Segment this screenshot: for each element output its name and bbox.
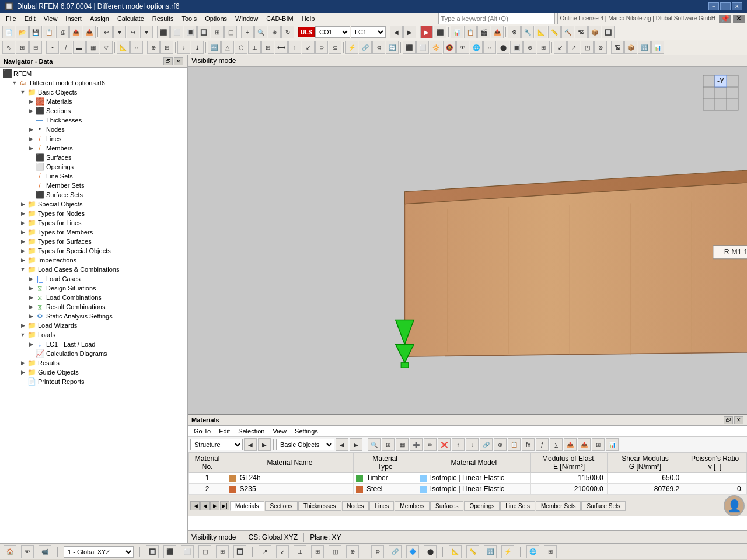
tb2-32[interactable]: 🔢: [638, 41, 651, 54]
menu-help[interactable]: Help: [298, 14, 319, 23]
more-tb7[interactable]: 📦: [588, 26, 601, 38]
tb2-11[interactable]: ⚡: [345, 41, 358, 54]
st-tb2[interactable]: ⬛: [163, 545, 176, 558]
mat-tb1[interactable]: 🔍: [368, 438, 381, 451]
draw-member-button[interactable]: ▬: [73, 41, 86, 54]
undo-button[interactable]: ↩: [100, 26, 113, 38]
st-tb16[interactable]: ⬤: [424, 545, 437, 558]
nav-restore-button[interactable]: 🗗: [163, 57, 173, 65]
menu-window[interactable]: Window: [232, 14, 261, 23]
view-more1-button[interactable]: ⊞: [211, 26, 224, 38]
more-tb1[interactable]: ⚙: [508, 26, 521, 38]
tb2-13[interactable]: ⚙: [372, 41, 385, 54]
select-all-button[interactable]: ⊞: [16, 41, 29, 54]
mat-tb5[interactable]: ✏: [424, 438, 437, 451]
open-button[interactable]: 📂: [16, 26, 29, 38]
tb2-6[interactable]: ⟷: [275, 41, 288, 54]
status-nav-button[interactable]: 🏠: [4, 545, 16, 558]
nav-guide-objects[interactable]: ▶ 📁 Guide Objects: [0, 368, 187, 377]
menu-calculate[interactable]: Calculate: [114, 14, 148, 23]
menu-results[interactable]: Results: [149, 14, 177, 23]
cell-mat-name-1[interactable]: GL24h: [226, 473, 354, 484]
animation-button[interactable]: 🎬: [477, 26, 490, 38]
measure-button[interactable]: 📐: [117, 41, 130, 54]
save-button[interactable]: 💾: [29, 26, 42, 38]
save-as-button[interactable]: 📋: [43, 26, 55, 38]
window-close-button[interactable]: ✕: [733, 15, 745, 23]
co-combo[interactable]: CO1: [315, 26, 350, 38]
tb2-15[interactable]: ⬛: [403, 41, 416, 54]
tab-nav-last[interactable]: ▶|: [220, 501, 229, 510]
st-tb19[interactable]: 🔢: [484, 545, 497, 558]
tab-nav-next[interactable]: ▶: [210, 501, 219, 510]
tb2-17[interactable]: 🔆: [430, 41, 442, 54]
tb2-22[interactable]: ⬤: [497, 41, 509, 54]
st-tb12[interactable]: ⊕: [346, 545, 359, 558]
tb2-20[interactable]: 🌐: [470, 41, 483, 54]
arrow-left-btn[interactable]: ◀: [390, 26, 403, 38]
mat-tb6[interactable]: ❌: [438, 438, 451, 451]
mat-prev2-button[interactable]: ◀: [336, 438, 348, 451]
import-button[interactable]: 📥: [83, 26, 96, 38]
table-row[interactable]: 2 S235 Steel: [189, 484, 747, 495]
st-tb18[interactable]: 📏: [466, 545, 479, 558]
st-tb21[interactable]: 🌐: [526, 545, 539, 558]
draw-surface-button[interactable]: ▦: [86, 41, 99, 54]
cell-mat-name-2[interactable]: S235: [226, 484, 354, 495]
nav-load-wizards[interactable]: ▶ 📁 Load Wizards: [0, 321, 187, 330]
mat-tb16[interactable]: 📥: [578, 438, 591, 451]
run-calc-button[interactable]: ▶: [420, 26, 433, 38]
draw-more-button[interactable]: ▽: [100, 41, 113, 54]
maximize-button[interactable]: □: [720, 2, 731, 10]
nav-load-cases[interactable]: ▶ |_ Load Cases: [0, 274, 187, 284]
nav-load-combinations[interactable]: ▶ ⧖ Load Combinations: [0, 293, 187, 302]
nav-thicknesses[interactable]: — Thicknesses: [0, 116, 187, 125]
st-tb13[interactable]: ⚙: [371, 545, 384, 558]
dimension-button[interactable]: ↔: [130, 41, 143, 54]
mat-tb8[interactable]: ↓: [466, 438, 479, 451]
view-render-button[interactable]: 🔳: [184, 26, 197, 38]
st-tb7[interactable]: ↗: [259, 545, 271, 558]
tb2-3[interactable]: ⬡: [235, 41, 247, 54]
mat-menu-goto[interactable]: Go To: [190, 427, 214, 435]
tb2-26[interactable]: ↙: [554, 41, 567, 54]
view-more2-button[interactable]: ◫: [224, 26, 237, 38]
print-button[interactable]: 🖨: [56, 26, 69, 38]
st-tb17[interactable]: 📐: [449, 545, 462, 558]
tab-nodes[interactable]: Nodes: [342, 501, 369, 511]
result-table-button[interactable]: 📋: [464, 26, 477, 38]
nav-basic-objects[interactable]: ▼ 📁 Basic Objects: [0, 88, 187, 97]
result-disp-button[interactable]: 📊: [451, 26, 463, 38]
minimize-button[interactable]: –: [708, 2, 719, 10]
nav-result-combinations[interactable]: ▶ ⧖ Result Combinations: [0, 302, 187, 312]
mat-tb10[interactable]: ⊕: [494, 438, 507, 451]
st-tb8[interactable]: ↙: [276, 545, 289, 558]
nav-static-analysis[interactable]: ▶ ⚙ Static Analysis Settings: [0, 312, 187, 321]
redo-list-button[interactable]: ▼: [140, 26, 153, 38]
zoom-all-button[interactable]: ⊕: [268, 26, 281, 38]
nav-calc-diagrams[interactable]: 📈 Calculation Diagrams: [0, 349, 187, 358]
nav-surfaces[interactable]: ⬛ Surfaces: [0, 153, 187, 162]
st-tb6[interactable]: 🔲: [233, 545, 246, 558]
tb2-31[interactable]: 📦: [624, 41, 637, 54]
tb2-19[interactable]: 👁: [456, 41, 469, 54]
mat-tb18[interactable]: 📊: [606, 438, 619, 451]
st-tb9[interactable]: ⊥: [294, 545, 306, 558]
tb2-8[interactable]: ↙: [302, 41, 315, 54]
nav-types-lines[interactable]: ▶ 📁 Types for Lines: [0, 218, 187, 228]
mat-tb17[interactable]: ⊞: [592, 438, 605, 451]
menu-view[interactable]: View: [40, 14, 61, 23]
tb2-12[interactable]: 🔗: [359, 41, 372, 54]
st-tb15[interactable]: 🔷: [406, 545, 419, 558]
materials-restore-button[interactable]: 🗗: [724, 416, 733, 424]
select-button[interactable]: ⇖: [2, 41, 15, 54]
nav-loads[interactable]: ▼ 📁 Loads: [0, 330, 187, 340]
table-row[interactable]: 1 GL24h Timber: [189, 473, 747, 484]
viewport-cube[interactable]: -Y: [700, 72, 741, 113]
mat-menu-view[interactable]: View: [269, 427, 290, 435]
status-eye-button[interactable]: 👁: [21, 545, 34, 558]
tb2-7[interactable]: ↑: [288, 41, 301, 54]
mat-next-button[interactable]: ▶: [258, 438, 271, 451]
grid-button[interactable]: ⊞: [160, 41, 173, 54]
mat-tb14[interactable]: ∑: [550, 438, 563, 451]
